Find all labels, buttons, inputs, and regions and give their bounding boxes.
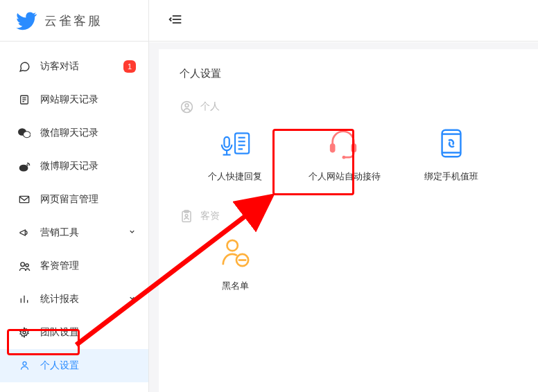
brand-header: 云雀客服 bbox=[0, 0, 148, 42]
svg-rect-23 bbox=[235, 133, 249, 153]
tile-label: 个人快捷回复 bbox=[200, 170, 270, 183]
sidebar-item-team-settings[interactable]: 团队设置 bbox=[0, 316, 148, 349]
sidebar-item-label: 微信聊天记录 bbox=[40, 127, 136, 139]
chevron-down-icon bbox=[128, 294, 136, 304]
mail-icon bbox=[18, 193, 31, 206]
svg-rect-7 bbox=[19, 196, 28, 202]
svg-point-37 bbox=[227, 240, 238, 251]
sidebar-item-label: 个人设置 bbox=[40, 359, 136, 372]
sidebar-item-web-messages[interactable]: 网页留言管理 bbox=[0, 183, 148, 216]
document-icon bbox=[18, 93, 31, 106]
chevron-down-icon bbox=[128, 228, 136, 238]
tile-auto-reception[interactable]: 个人网站自动接待 bbox=[309, 126, 378, 183]
brand-name: 云雀客服 bbox=[44, 12, 103, 29]
svg-point-9 bbox=[25, 263, 28, 266]
sidebar-item-statistics[interactable]: 统计报表 bbox=[0, 283, 148, 316]
section-title: 个人 bbox=[200, 100, 220, 113]
users-icon bbox=[18, 260, 31, 272]
tile-label: 个人网站自动接待 bbox=[309, 170, 378, 183]
headset-icon bbox=[322, 126, 364, 161]
svg-rect-28 bbox=[330, 143, 336, 152]
sidebar-item-label: 访客对话 bbox=[40, 60, 123, 73]
sidebar-item-label: 营销工具 bbox=[40, 226, 128, 239]
person-block-icon bbox=[214, 235, 256, 270]
svg-point-36 bbox=[185, 214, 188, 217]
sidebar-item-label: 网页留言管理 bbox=[40, 193, 136, 206]
svg-rect-20 bbox=[224, 137, 229, 148]
sidebar-item-label: 网站聊天记录 bbox=[40, 93, 136, 106]
tiles-personal: 个人快捷回复 个人网站自动接待 bbox=[200, 126, 517, 183]
weibo-icon bbox=[18, 160, 31, 172]
section-head-personal: 个人 bbox=[180, 100, 517, 114]
sidebar-item-weibo-chatlog[interactable]: 微博聊天记录 bbox=[0, 150, 148, 183]
panel-title: 个人设置 bbox=[180, 67, 517, 80]
svg-point-30 bbox=[342, 156, 346, 159]
sidebar-nav: 访客对话 1 网站聊天记录 微信聊天记录 微博聊天记录 网页留言管理 bbox=[0, 42, 148, 382]
collapse-sidebar-icon[interactable] bbox=[168, 13, 182, 28]
svg-point-14 bbox=[23, 362, 26, 365]
sidebar-item-wechat-chatlog[interactable]: 微信聊天记录 bbox=[0, 116, 148, 150]
tile-blacklist[interactable]: 黑名单 bbox=[200, 235, 270, 292]
person-circle-icon bbox=[180, 100, 193, 114]
section-head-customer: 客资 bbox=[180, 209, 517, 223]
svg-point-6 bbox=[19, 164, 28, 171]
settings-panel: 个人设置 个人 个人快捷回复 bbox=[159, 49, 538, 392]
tile-label: 黑名单 bbox=[200, 280, 270, 292]
tile-quick-reply[interactable]: 个人快捷回复 bbox=[200, 126, 270, 183]
sidebar-item-site-chatlog[interactable]: 网站聊天记录 bbox=[0, 83, 148, 116]
section-title: 客资 bbox=[200, 210, 220, 222]
sidebar-item-personal-settings[interactable]: 个人设置 bbox=[0, 349, 148, 382]
sidebar-item-visitor-chat[interactable]: 访客对话 1 bbox=[0, 50, 148, 83]
phone-link-icon bbox=[431, 126, 472, 161]
mic-doc-icon bbox=[214, 126, 256, 161]
megaphone-icon bbox=[18, 226, 31, 239]
svg-rect-29 bbox=[352, 143, 357, 152]
tile-bind-phone-duty[interactable]: 绑定手机值班 bbox=[417, 126, 486, 183]
sidebar-item-label: 团队设置 bbox=[40, 326, 136, 339]
badge: 1 bbox=[123, 60, 136, 73]
sidebar: 云雀客服 访客对话 1 网站聊天记录 微信聊天记录 微博聊天记录 bbox=[0, 0, 149, 392]
content-area: 个人设置 个人 个人快捷回复 bbox=[149, 42, 538, 392]
clipboard-icon bbox=[180, 209, 193, 223]
wechat-icon bbox=[18, 127, 31, 139]
svg-point-13 bbox=[23, 331, 26, 334]
person-icon bbox=[18, 359, 31, 372]
svg-point-8 bbox=[20, 262, 24, 266]
bar-chart-icon bbox=[18, 293, 31, 305]
sidebar-item-label: 统计报表 bbox=[40, 293, 128, 305]
bird-logo-icon bbox=[15, 11, 37, 30]
sidebar-item-customer-management[interactable]: 客资管理 bbox=[0, 249, 148, 283]
tiles-customer: 黑名单 bbox=[200, 235, 517, 292]
svg-point-19 bbox=[185, 103, 189, 107]
gear-icon bbox=[18, 326, 31, 339]
sidebar-item-label: 客资管理 bbox=[40, 260, 136, 272]
tile-label: 绑定手机值班 bbox=[417, 170, 486, 183]
svg-point-5 bbox=[24, 132, 31, 138]
topbar bbox=[149, 0, 538, 42]
sidebar-item-marketing-tools[interactable]: 营销工具 bbox=[0, 216, 148, 249]
chat-bubble-icon bbox=[18, 60, 31, 73]
sidebar-item-label: 微博聊天记录 bbox=[40, 160, 136, 172]
